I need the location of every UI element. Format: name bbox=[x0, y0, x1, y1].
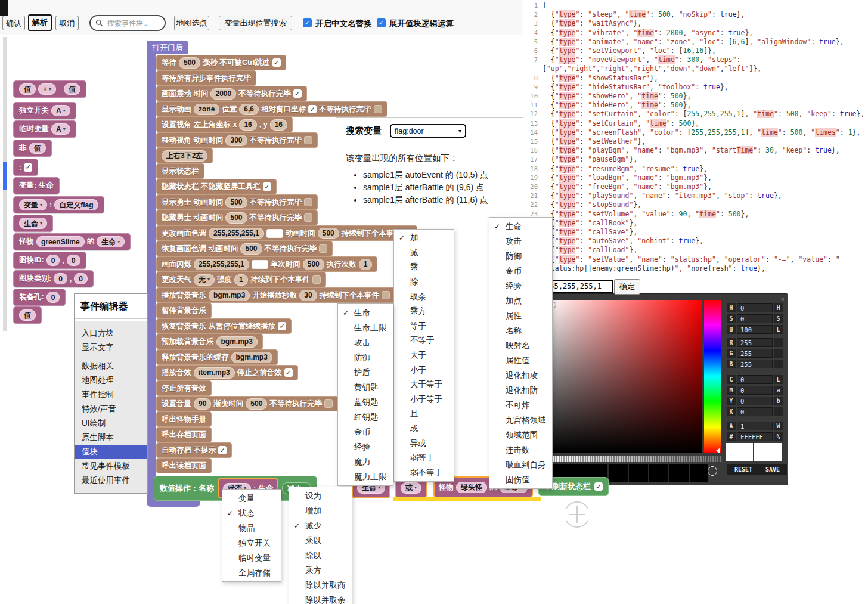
menu-item[interactable]: 领域范围 bbox=[489, 428, 552, 442]
color-swatch[interactable] bbox=[266, 229, 283, 238]
menu-item[interactable]: 临时变量 bbox=[222, 550, 281, 565]
field-mode-label[interactable]: % bbox=[774, 432, 783, 441]
reset-button[interactable]: RESET bbox=[727, 464, 760, 475]
menu-item[interactable]: ✓状态 bbox=[222, 506, 281, 521]
field-input[interactable]: 255 bbox=[737, 349, 773, 358]
block-dropdown[interactable]: +▾ bbox=[38, 83, 56, 95]
block-checkbox[interactable] bbox=[324, 399, 333, 408]
sidebar-item-3[interactable]: 地图处理 bbox=[75, 373, 147, 388]
search-box[interactable] bbox=[89, 15, 166, 31]
menu-item[interactable]: 变量 bbox=[222, 491, 281, 506]
block-field[interactable]: 16 bbox=[239, 119, 256, 131]
value-block[interactable]: 值+▾值 bbox=[13, 80, 86, 98]
menu-item[interactable]: 经验 bbox=[338, 439, 393, 454]
event-block[interactable]: 设置视角 左上角坐标 x16, y16 bbox=[156, 117, 293, 132]
menu-item[interactable]: 全局存储 bbox=[222, 565, 281, 580]
event-block[interactable]: 等待500毫秒 不可被Ctrl跳过✓ bbox=[156, 55, 286, 70]
field-input[interactable]: 0 bbox=[737, 397, 773, 405]
menu-item[interactable]: 乘以 bbox=[289, 533, 352, 548]
block-field[interactable]: 1 bbox=[234, 274, 248, 286]
block-field[interactable]: zone bbox=[194, 104, 219, 115]
event-block[interactable]: 显示勇士 动画时间500不等待执行完毕 bbox=[156, 194, 318, 210]
menu-item[interactable]: 黄钥匙 bbox=[338, 380, 393, 395]
sidebar-item-6[interactable]: UI绘制 bbox=[75, 416, 147, 430]
block-dropdown[interactable]: 生命▾ bbox=[19, 218, 47, 229]
color-value-input[interactable] bbox=[542, 280, 613, 293]
event-wrapper-header[interactable]: 打开门后 bbox=[147, 41, 188, 54]
field-mode-label[interactable]: W bbox=[774, 422, 783, 430]
event-block[interactable]: 等待所有异步事件执行完毕 bbox=[156, 70, 256, 86]
menu-item[interactable]: 攻击 bbox=[338, 335, 393, 350]
block-checkbox[interactable] bbox=[382, 291, 390, 299]
event-block[interactable]: 呼出读档页面 bbox=[156, 458, 212, 473]
event-block[interactable]: 停止所有音效 bbox=[156, 380, 212, 396]
menu-item[interactable]: 攻击 bbox=[489, 234, 552, 249]
menu-item[interactable]: 乘方 bbox=[394, 304, 454, 319]
field-input[interactable]: 0 bbox=[737, 386, 773, 395]
menu-item[interactable]: 独立开关 bbox=[222, 535, 281, 550]
block-field[interactable]: greenSlime bbox=[36, 236, 85, 247]
block-checkbox[interactable]: ✓ bbox=[24, 163, 32, 172]
event-block[interactable]: 隐藏状态栏 不隐藏竖屏工具栏✓ bbox=[156, 179, 277, 194]
field-input[interactable]: 1 bbox=[737, 422, 773, 430]
block-dropdown[interactable]: A▾ bbox=[51, 105, 70, 116]
block-field[interactable]: 值 bbox=[64, 83, 80, 95]
field-input[interactable]: 0 bbox=[737, 314, 773, 323]
sidebar-item-1[interactable]: 显示文字 bbox=[75, 340, 147, 355]
flyout-scrollbar-thumb[interactable] bbox=[3, 162, 7, 190]
close-icon[interactable]: × bbox=[781, 295, 785, 302]
menu-item[interactable]: 金币 bbox=[338, 425, 393, 439]
block-checkbox[interactable]: ✓ bbox=[594, 482, 603, 491]
block-field[interactable]: 上右3下2左 bbox=[162, 150, 207, 162]
block-field[interactable]: 0 bbox=[54, 273, 67, 284]
block-checkbox[interactable] bbox=[304, 136, 312, 144]
sidebar-item-2[interactable]: 数据相关 bbox=[75, 359, 147, 373]
sidebar-item-9[interactable]: 常见事件模板 bbox=[75, 459, 147, 473]
block-field[interactable]: item.mp3 bbox=[194, 367, 235, 379]
value-block[interactable]: 图块ID:0,0 bbox=[13, 252, 86, 269]
block-field[interactable]: 30 bbox=[299, 290, 317, 301]
sidebar-item-7[interactable]: 原生脚本 bbox=[75, 430, 147, 445]
menu-item[interactable]: 经验 bbox=[489, 278, 552, 293]
field-mode-label[interactable]: L bbox=[774, 325, 783, 334]
menu-item[interactable]: 连击数 bbox=[489, 442, 552, 457]
block-dropdown[interactable]: A▾ bbox=[51, 123, 70, 135]
menu-item[interactable]: 小于 bbox=[394, 363, 454, 377]
event-block[interactable]: 呼出怪物手册 bbox=[156, 411, 212, 427]
value-block[interactable]: 值 bbox=[13, 306, 42, 324]
field-mode-label[interactable]: a bbox=[774, 386, 783, 395]
block-field[interactable]: 255,255,255,1 bbox=[209, 228, 264, 239]
event-block[interactable]: 暂停背景音乐 bbox=[156, 303, 212, 318]
event-block[interactable]: 画面闪烁255,255,255,1单次时间500执行次数1 bbox=[156, 256, 377, 272]
menu-item[interactable]: 除以并取商 bbox=[289, 578, 352, 593]
block-field[interactable]: 1 bbox=[359, 259, 373, 270]
block-checkbox[interactable]: ✓ bbox=[284, 368, 293, 377]
value-block[interactable]: 非值 bbox=[13, 140, 52, 157]
menu-item[interactable]: 名称 bbox=[489, 323, 552, 338]
value-block[interactable]: :✓ bbox=[13, 159, 38, 176]
block-field[interactable]: 0 bbox=[46, 292, 60, 303]
event-block[interactable]: 上右3下2左 bbox=[156, 148, 213, 163]
block-dropdown[interactable]: 生命▾ bbox=[97, 236, 125, 247]
expand-logic-checkbox[interactable]: ✓ bbox=[377, 18, 386, 27]
event-block[interactable]: 移动视角 动画时间300不等待执行完毕 bbox=[156, 132, 318, 148]
menu-item[interactable]: 等于 bbox=[394, 319, 454, 334]
menu-item[interactable]: 大于等于 bbox=[394, 377, 454, 392]
menu-item[interactable]: 金币 bbox=[489, 264, 552, 278]
block-field[interactable]: 90 bbox=[194, 398, 211, 410]
event-block[interactable]: 隐藏勇士 动画时间500不等待执行完毕 bbox=[156, 210, 318, 225]
event-block[interactable]: 恢复背景音乐 从暂停位置继续播放✓ bbox=[156, 318, 292, 334]
menu-item[interactable]: 弱不等于 bbox=[394, 466, 454, 481]
block-field[interactable]: 500 bbox=[179, 57, 200, 69]
menu-item[interactable]: 蓝钥匙 bbox=[338, 395, 393, 410]
block-dropdown[interactable]: 无▾ bbox=[194, 274, 215, 286]
sidebar-item-10[interactable]: 最近使用事件 bbox=[75, 473, 147, 488]
event-block[interactable]: 更改画面色调255,255,255,1动画时间500持续到下个本事件 bbox=[156, 225, 417, 241]
field-mode-label[interactable]: b bbox=[774, 397, 783, 405]
block-field[interactable]: 0 bbox=[46, 255, 60, 266]
field-input[interactable]: 0 bbox=[737, 375, 773, 384]
saturation-value-field[interactable] bbox=[548, 300, 702, 453]
menu-item[interactable]: 魔力 bbox=[338, 454, 393, 469]
block-field[interactable]: 500 bbox=[240, 243, 262, 255]
event-block[interactable]: 显示动画zone位置6,6相对窗口坐标✓不等待执行完毕 bbox=[156, 101, 388, 117]
